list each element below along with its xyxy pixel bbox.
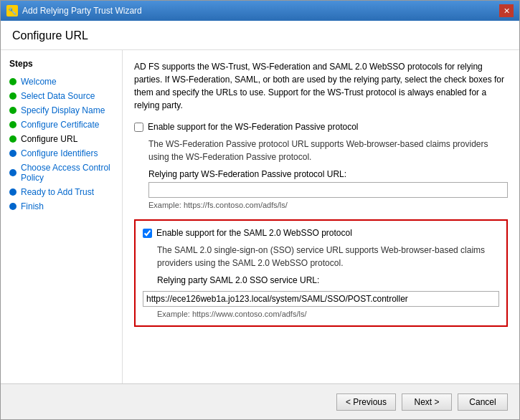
cancel-button[interactable]: Cancel [458, 393, 508, 411]
sidebar-title: Steps [1, 59, 122, 75]
sidebar-label-configure-url: Configure URL [21, 134, 77, 144]
main-description: AD FS supports the WS-Trust, WS-Federati… [134, 60, 508, 112]
sidebar-item-configure-url[interactable]: Configure URL [1, 132, 122, 146]
main-content: AD FS supports the WS-Trust, WS-Federati… [123, 50, 519, 383]
next-button[interactable]: Next > [402, 393, 452, 411]
dot-specify-display-name [9, 107, 16, 114]
window-title: Add Relying Party Trust Wizard [22, 6, 142, 16]
saml-section: Enable support for the SAML 2.0 WebSSO p… [134, 219, 508, 327]
sidebar-item-select-data-source[interactable]: Select Data Source [1, 89, 122, 103]
sidebar-item-choose-access-control[interactable]: Choose Access Control Policy [1, 161, 122, 185]
saml-description: The SAML 2.0 single-sign-on (SSO) servic… [157, 244, 499, 269]
page-title: Configure URL [1, 21, 519, 50]
sidebar-label-ready-to-add-trust: Ready to Add Trust [21, 187, 94, 197]
ws-federation-section: Enable support for the WS-Federation Pas… [134, 122, 508, 209]
ws-federation-url-input[interactable] [148, 182, 508, 198]
ws-federation-checkbox[interactable] [134, 123, 143, 132]
dot-welcome [9, 78, 16, 85]
dot-ready-to-add-trust [9, 188, 16, 196]
window-icon: 🔧 [6, 5, 18, 16]
close-button[interactable]: ✕ [499, 4, 514, 17]
sidebar-item-ready-to-add-trust[interactable]: Ready to Add Trust [1, 185, 122, 199]
ws-federation-checkbox-label: Enable support for the WS-Federation Pas… [148, 122, 358, 132]
saml-example: Example: https://www.contoso.com/adfs/ls… [157, 310, 499, 318]
main-window: 🔧 Add Relying Party Trust Wizard ✕ Confi… [0, 0, 520, 420]
sidebar-item-specify-display-name[interactable]: Specify Display Name [1, 103, 122, 118]
dot-finish [9, 203, 16, 210]
sidebar-label-choose-access-control: Choose Access Control Policy [21, 163, 113, 183]
sidebar-label-configure-certificate: Configure Certificate [21, 120, 99, 130]
saml-url-input[interactable] [143, 291, 499, 307]
sidebar-label-specify-display-name: Specify Display Name [21, 105, 105, 115]
ws-federation-description: The WS-Federation Passive protocol URL s… [148, 138, 508, 163]
dot-choose-access-control [9, 169, 16, 176]
sidebar: Steps Welcome Select Data Source Specify… [1, 50, 123, 383]
dot-select-data-source [9, 92, 16, 100]
saml-checkbox[interactable] [143, 229, 152, 238]
sidebar-label-finish: Finish [21, 201, 44, 211]
footer: < Previous Next > Cancel [1, 383, 519, 419]
sidebar-item-configure-identifiers[interactable]: Configure Identifiers [1, 146, 122, 161]
sidebar-item-welcome[interactable]: Welcome [1, 75, 122, 89]
sidebar-label-configure-identifiers: Configure Identifiers [21, 148, 98, 158]
dot-configure-certificate [9, 121, 16, 128]
sidebar-label-welcome: Welcome [21, 77, 57, 87]
sidebar-item-finish[interactable]: Finish [1, 199, 122, 214]
sidebar-item-configure-certificate[interactable]: Configure Certificate [1, 118, 122, 132]
title-bar-left: 🔧 Add Relying Party Trust Wizard [6, 5, 142, 16]
saml-url-label: Relying party SAML 2.0 SSO service URL: [157, 275, 499, 285]
content-area: Steps Welcome Select Data Source Specify… [1, 50, 519, 383]
saml-checkbox-row: Enable support for the SAML 2.0 WebSSO p… [143, 228, 499, 238]
saml-checkbox-label: Enable support for the SAML 2.0 WebSSO p… [156, 228, 352, 238]
ws-federation-example: Example: https://fs.contoso.com/adfs/ls/ [148, 201, 508, 209]
previous-button[interactable]: < Previous [336, 393, 396, 411]
dot-configure-url [9, 135, 16, 143]
sidebar-label-select-data-source: Select Data Source [21, 91, 95, 101]
ws-federation-checkbox-row: Enable support for the WS-Federation Pas… [134, 122, 508, 132]
ws-federation-url-label: Relying party WS-Federation Passive prot… [148, 169, 508, 179]
dot-configure-identifiers [9, 150, 16, 157]
title-bar: 🔧 Add Relying Party Trust Wizard ✕ [1, 1, 519, 21]
